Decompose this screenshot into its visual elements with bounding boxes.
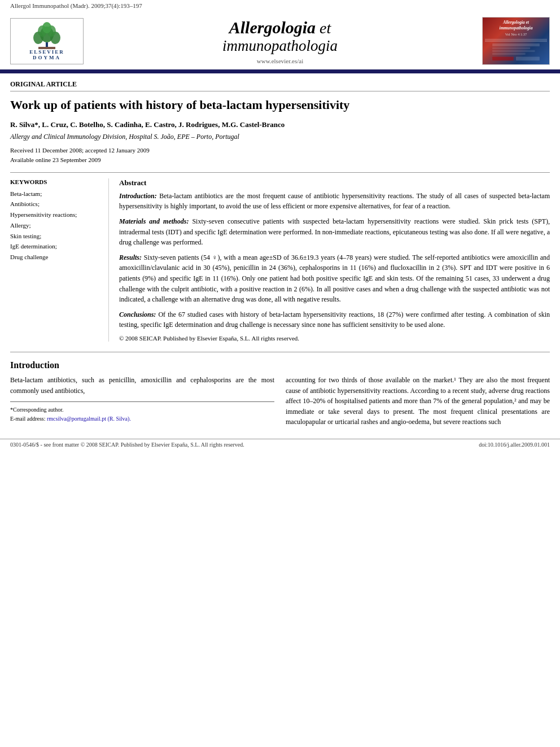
keyword-item: Drug challenge [10,252,100,263]
journal-header: ELSEVIER DOYMA Allergologia et immunopat… [0,11,560,71]
svg-rect-9 [492,47,530,49]
elsevier-tree-icon [27,22,67,49]
article-authors: R. Silva*, L. Cruz, C. Botelho, S. Cadin… [10,120,550,129]
abstract-results: Results: Sixty-seven patients (54 ♀), wi… [119,252,550,305]
article-affiliation: Allergy and Clinical Immunology Division… [10,133,550,141]
svg-rect-13 [516,56,540,60]
abstract-section: KEYWORDS Beta-lactam; Antibiotics; Hyper… [10,172,550,342]
intro-left-para: Beta-lactam antibiotics, such as penicil… [10,375,274,396]
keyword-item: IgE determination; [10,241,100,252]
footer-issn: 0301-0546/$ - see front matter © 2008 SE… [10,442,244,448]
abstract-column: Abstract Introduction: Beta-lactam antib… [109,178,550,342]
svg-rect-11 [492,53,526,54]
intro-left-column: Beta-lactam antibiotics, such as penicil… [10,375,274,431]
abstract-heading: Abstract [119,178,550,187]
keywords-title: KEYWORDS [10,178,100,185]
journal-cover-area: Allergologia etimmunopathologia Vol Nro … [460,17,550,69]
svg-point-6 [42,22,51,33]
abstract-methods: Materials and methods: Sixty-seven conse… [119,216,550,248]
svg-rect-8 [492,43,540,46]
abstract-intro: Introduction: Beta-lactam antibiotics ar… [119,191,550,212]
elsevier-text: ELSEVIER [29,49,64,55]
journal-cover-image: Allergologia etimmunopathologia Vol Nro … [482,17,550,65]
journal-title-et: et [316,19,331,37]
svg-rect-10 [492,50,535,51]
footer-doi: doi:10.1016/j.aller.2009.01.001 [479,442,550,448]
keyword-item: Antibiotics; [10,199,100,209]
keywords-column: KEYWORDS Beta-lactam; Antibiotics; Hyper… [10,178,109,342]
svg-rect-12 [492,56,514,60]
intro-right-para: accounting for two thirds of those avail… [286,375,550,427]
article-section-label: ORIGINAL ARTICLE [10,80,550,91]
keyword-item: Hypersensitivity reactions; [10,209,100,220]
abstract-conclusions: Conclusions: Of the 67 studied cases wit… [119,309,550,330]
publisher-logo-area: ELSEVIER DOYMA [10,17,100,69]
article-title: Work up of patients with history of beta… [10,97,550,113]
keywords-list: Beta-lactam; Antibiotics; Hypersensitivi… [10,189,100,263]
doyma-text: DOYMA [33,55,61,60]
journal-title-sub: immunopathologia [222,37,338,55]
journal-url: www.elsevier.es/ai [257,58,303,64]
article-content: ORIGINAL ARTICLE Work up of patients wit… [0,73,560,431]
intro-right-column: accounting for two thirds of those avail… [286,375,550,431]
footnote-area: *Corresponding author. E-mail address: r… [10,401,274,423]
journal-title-main: Allergologia [229,18,316,37]
journal-title-area: Allergologia et immunopathologia www.els… [100,17,460,69]
page: Allergol Immunopathol (Madr). 2009;37(4)… [0,0,560,747]
keyword-item: Allergy; [10,220,100,231]
cover-decoration-icon [485,43,547,63]
introduction-heading: Introduction [10,360,550,370]
abstract-copyright: © 2008 SEICAP. Published by Elsevier Esp… [119,335,550,342]
introduction-columns: Beta-lactam antibiotics, such as penicil… [10,375,550,431]
keyword-item: Skin testing; [10,231,100,242]
article-dates: Received 11 December 2008; accepted 12 J… [10,146,550,165]
section-divider [10,352,550,352]
journal-reference: Allergol Immunopathol (Madr). 2009;37(4)… [0,0,560,11]
email-footnote: E-mail address: rmcsilva@portugalmail.pt… [10,414,274,423]
elsevier-doyma-logo: ELSEVIER DOYMA [10,18,84,64]
page-footer: 0301-0546/$ - see front matter © 2008 SE… [0,439,560,450]
corresponding-author: *Corresponding author. [10,405,274,414]
introduction-section: Introduction Beta-lactam antibiotics, su… [10,360,550,431]
journal-title: Allergologia et [229,18,331,37]
keyword-item: Beta-lactam; [10,189,100,199]
